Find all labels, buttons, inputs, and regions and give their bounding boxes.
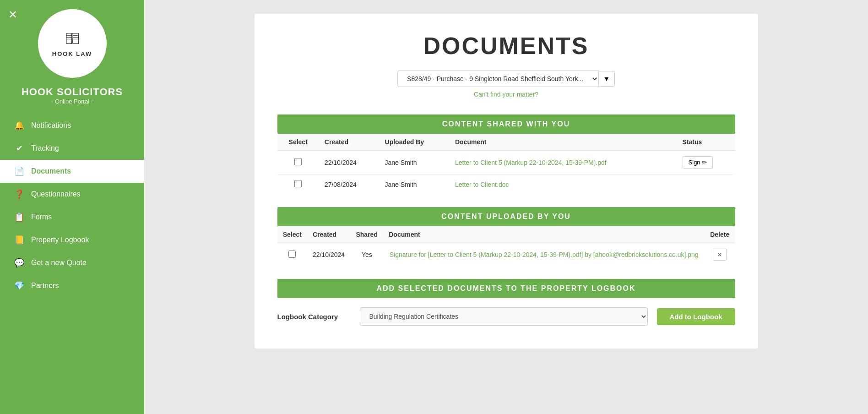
sidebar-item-tracking[interactable]: ✔ Tracking [0,137,144,160]
logbook-content: Logbook Category Building Regulation Cer… [277,298,735,326]
logo-text: HOOK LAW [52,50,92,57]
uploaded-row1-checkbox[interactable] [288,251,296,258]
partners-icon: 💎 [14,281,25,291]
sidebar-item-partners[interactable]: 💎 Partners [0,274,144,297]
cant-find-link[interactable]: Can't find your matter? [277,91,735,98]
firm-name: HOOK SOLICITORS [22,86,123,98]
sidebar-item-documents[interactable]: 📄 Documents [0,160,144,183]
sidebar-label-forms: Forms [31,213,52,221]
sign-button[interactable]: Sign ✏ [683,156,713,169]
shared-row2-status [677,174,735,195]
sidebar-label-notifications: Notifications [31,121,71,130]
sidebar-item-get-quote[interactable]: 💬 Get a new Quote [0,251,144,274]
svg-rect-0 [66,33,71,44]
table-row: 22/10/2024 Yes Signature for [Letter to … [277,243,735,267]
sidebar-nav: 🔔 Notifications ✔ Tracking 📄 Documents ❓… [0,114,144,297]
sidebar-label-get-quote: Get a new Quote [31,259,87,267]
shared-row1-status: Sign ✏ [677,151,735,174]
shared-col-select: Select [277,134,319,151]
main-content: DOCUMENTS S828/49 - Purchase - 9 Singlet… [144,0,868,414]
sidebar-item-property-logbook[interactable]: 📒 Property Logbook [0,229,144,251]
shared-row2-checkbox[interactable] [294,180,302,187]
sidebar: ✕ HOOK LAW HOOK SOLICITORS - Online Port… [0,0,144,414]
sidebar-label-property-logbook: Property Logbook [31,236,89,244]
add-to-logbook-button[interactable]: Add to Logbook [657,308,735,325]
shared-documents-table: Select Created Uploaded By Document Stat… [277,134,735,194]
check-icon: ✔ [14,143,25,153]
shared-row1-created: 22/10/2024 [319,151,380,174]
shared-row1-uploaded-by: Jane Smith [380,151,450,174]
shared-row2-created: 27/08/2024 [319,174,380,195]
sidebar-label-tracking: Tracking [31,144,59,153]
svg-rect-1 [73,33,78,44]
logbook-section: ADD SELECTED DOCUMENTS TO THE PROPERTY L… [277,279,735,326]
sidebar-item-notifications[interactable]: 🔔 Notifications [0,114,144,137]
sidebar-label-questionnaires: Questionnaires [31,190,81,198]
matter-select[interactable]: S828/49 - Purchase - 9 Singleton Road Sh… [397,71,599,87]
sidebar-item-questionnaires[interactable]: ❓ Questionnaires [0,183,144,206]
table-row: 22/10/2024 Jane Smith Letter to Client 5… [277,151,735,174]
quote-icon: 💬 [14,258,25,268]
shared-row2-document[interactable]: Letter to Client.doc [450,174,677,195]
matter-dropdown-button[interactable]: ▼ [599,71,615,87]
svg-line-9 [72,33,72,44]
sidebar-label-documents: Documents [31,167,71,175]
logbook-category-label: Logbook Category [277,313,351,321]
logbook-icon: 📒 [14,235,25,245]
shared-row1-checkbox[interactable] [294,158,302,165]
sidebar-item-forms[interactable]: 📋 Forms [0,206,144,229]
matter-selector: S828/49 - Purchase - 9 Singleton Road Sh… [277,71,735,87]
close-icon[interactable]: ✕ [8,8,17,21]
uploaded-section-header: CONTENT UPLOADED BY YOU [277,207,735,226]
uploaded-col-created: Created [307,226,350,243]
uploaded-col-document: Document [383,226,705,243]
uploaded-row1-document[interactable]: Signature for [Letter to Client 5 (Marku… [383,243,705,267]
shared-row1-document[interactable]: Letter to Client 5 (Markup 22-10-2024, 1… [450,151,677,174]
uploaded-row1-created: 22/10/2024 [307,243,350,267]
shared-col-created: Created [319,134,380,151]
questionnaire-icon: ❓ [14,189,25,199]
table-row: 27/08/2024 Jane Smith Letter to Client.d… [277,174,735,195]
uploaded-row1-delete-cell: ✕ [705,243,735,267]
shared-col-status: Status [677,134,735,151]
shared-col-uploaded-by: Uploaded By [380,134,450,151]
shared-col-document: Document [450,134,677,151]
delete-button[interactable]: ✕ [713,249,727,261]
shared-row2-uploaded-by: Jane Smith [380,174,450,195]
uploaded-col-select: Select [277,226,308,243]
sidebar-label-partners: Partners [31,282,59,290]
uploaded-col-delete: Delete [705,226,735,243]
uploaded-documents-table: Select Created Shared Document Delete 22… [277,226,735,266]
content-card: DOCUMENTS S828/49 - Purchase - 9 Singlet… [255,14,758,349]
forms-icon: 📋 [14,212,25,222]
uploaded-row1-shared: Yes [350,243,383,267]
portal-label: - Online Portal - [51,98,93,105]
logbook-section-header: ADD SELECTED DOCUMENTS TO THE PROPERTY L… [277,279,735,298]
uploaded-col-shared: Shared [350,226,383,243]
document-icon: 📄 [14,166,25,176]
logo-circle: HOOK LAW [38,9,107,78]
logbook-category-select[interactable]: Building Regulation Certificates Plannin… [360,307,648,326]
bell-icon: 🔔 [14,120,25,131]
shared-section-header: CONTENT SHARED WITH YOU [277,114,735,134]
logo-book-icon [63,30,81,49]
page-title: DOCUMENTS [277,32,735,60]
